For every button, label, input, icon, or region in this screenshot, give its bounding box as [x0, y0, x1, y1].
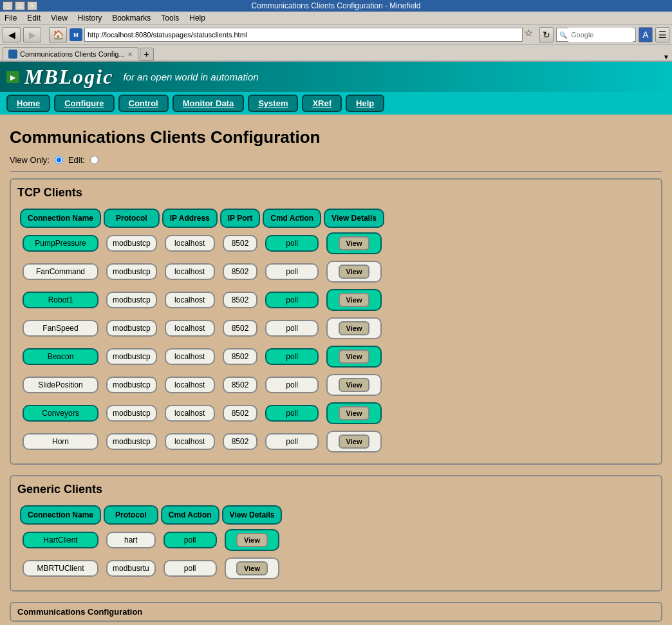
view-button[interactable]: View [236, 533, 268, 547]
tcp-cell-protocol: modbustcp [104, 315, 160, 341]
tcp-cell-name: PumpPressure [20, 230, 101, 256]
edit-label: Edit: [68, 155, 85, 165]
main-content: Communications Clients Configuration Vie… [0, 115, 672, 625]
tcp-col-protocol: Protocol [104, 209, 160, 228]
tcp-cell-cmd: poll [263, 400, 321, 426]
generic-table-header-row: Connection Name Protocol Cmd Action View… [20, 505, 282, 525]
view-button[interactable]: View [339, 350, 370, 364]
bookmark-star[interactable]: ☆ [525, 28, 537, 42]
tcp-cell-cmd: poll [263, 429, 321, 454]
menu-history[interactable]: History [76, 13, 104, 23]
tcp-cell-cmd: poll [263, 344, 321, 369]
edit-radio[interactable] [90, 156, 98, 164]
nav-control[interactable]: Control [118, 95, 169, 112]
generic-cell-cmd: poll [161, 555, 219, 581]
view-button[interactable]: View [339, 265, 370, 279]
tcp-cell-view: View [324, 287, 384, 313]
menu-tools[interactable]: Tools [159, 13, 181, 23]
tab-close-button[interactable]: ✕ [127, 51, 133, 58]
tcp-cell-name: Beacon [20, 344, 101, 369]
refresh-button[interactable]: ↻ [539, 27, 554, 42]
tcp-cell-port: 8502 [220, 230, 260, 256]
window-controls[interactable]: _ □ × [3, 1, 37, 10]
generic-cell-protocol: hart [104, 527, 158, 553]
table-row: FanSpeed modbustcp localhost 8502 poll V… [20, 315, 384, 341]
favicon: M [70, 28, 82, 41]
tab-favicon [8, 50, 17, 59]
table-row: Horn modbustcp localhost 8502 poll View [20, 429, 384, 454]
tcp-cell-protocol: modbustcp [104, 400, 160, 426]
generic-cell-name: MBRTUClient [20, 555, 101, 581]
tcp-cell-protocol: modbustcp [104, 230, 160, 256]
tcp-cell-view: View [324, 400, 384, 426]
tcp-cell-port: 8502 [220, 344, 260, 369]
menu-edit[interactable]: Edit [25, 13, 42, 23]
nav-home[interactable]: Home [6, 95, 50, 112]
generic-section-title: Generic Clients [17, 483, 655, 496]
site-header: ▶ MBLogic for an open world in automatio… [0, 62, 672, 92]
view-button[interactable]: View [339, 321, 370, 335]
tcp-cell-name: SlidePosition [20, 372, 101, 398]
address-input[interactable] [84, 28, 523, 42]
addon-button[interactable]: A [639, 27, 653, 42]
search-input[interactable] [568, 28, 633, 42]
tcp-cell-name: Horn [20, 429, 101, 454]
tcp-cell-ip: localhost [162, 230, 218, 256]
nav-xref[interactable]: XRef [302, 95, 342, 112]
tcp-section: TCP Clients Connection Name Protocol IP … [10, 178, 662, 465]
view-button[interactable]: View [339, 378, 370, 392]
generic-cell-view: View [222, 555, 283, 581]
view-button[interactable]: View [339, 406, 370, 420]
addon-button2[interactable]: ☰ [655, 27, 669, 42]
generic-col-name: Connection Name [20, 505, 101, 525]
tcp-cell-port: 8502 [220, 259, 260, 285]
nav-configure[interactable]: Configure [54, 95, 114, 112]
maximize-button[interactable]: □ [15, 1, 25, 10]
tcp-cell-ip: localhost [162, 287, 218, 313]
view-button[interactable]: View [236, 561, 268, 575]
tcp-table: Connection Name Protocol IP Address IP P… [17, 206, 387, 457]
menu-help[interactable]: Help [187, 13, 207, 23]
generic-cell-name: HartClient [20, 527, 101, 553]
tcp-section-title: TCP Clients [17, 186, 655, 200]
tcp-cell-view: View [324, 429, 384, 454]
tabs-overflow-button[interactable]: ▼ [663, 53, 669, 61]
new-tab-button[interactable]: + [140, 48, 154, 61]
tcp-cell-protocol: modbustcp [104, 259, 160, 285]
site-tagline: for an open world in automation [123, 71, 258, 82]
tcp-cell-view: View [324, 230, 384, 256]
view-button[interactable]: View [339, 293, 370, 307]
table-row: FanCommand modbustcp localhost 8502 poll… [20, 259, 384, 285]
tcp-cell-cmd: poll [263, 287, 321, 313]
back-button[interactable]: ◀ [3, 27, 21, 42]
view-button[interactable]: View [339, 236, 370, 250]
view-button[interactable]: View [339, 434, 370, 449]
tcp-cell-port: 8502 [220, 372, 260, 398]
table-row: HartClient hart poll View [20, 527, 282, 553]
menu-bookmarks[interactable]: Bookmarks [110, 13, 153, 23]
menu-file[interactable]: File [3, 13, 19, 23]
close-button[interactable]: × [27, 1, 37, 10]
tcp-cell-port: 8502 [220, 400, 260, 426]
nav-monitor-data[interactable]: Monitor Data [173, 95, 244, 112]
table-row: MBRTUClient modbusrtu poll View [20, 555, 282, 581]
tcp-cell-ip: localhost [162, 429, 218, 454]
menu-view[interactable]: View [49, 13, 70, 23]
home-button[interactable]: 🏠 [49, 27, 67, 42]
tcp-cell-cmd: poll [263, 230, 321, 256]
tcp-cell-port: 8502 [220, 315, 260, 341]
forward-button[interactable]: ▶ [23, 27, 41, 42]
divider [10, 171, 662, 172]
tab-label: Communications Clients Config... [20, 50, 125, 58]
tcp-col-ip: IP Address [162, 209, 218, 228]
title-bar: _ □ × Communications Clients Configurati… [0, 0, 672, 12]
tcp-cell-ip: localhost [162, 315, 218, 341]
view-only-radio[interactable] [55, 156, 63, 164]
active-tab[interactable]: Communications Clients Config... ✕ [3, 47, 138, 61]
nav-system[interactable]: System [248, 95, 298, 112]
nav-help[interactable]: Help [346, 95, 384, 112]
minimize-button[interactable]: _ [3, 1, 13, 10]
generic-cell-protocol: modbusrtu [104, 555, 158, 581]
tcp-cell-port: 8502 [220, 287, 260, 313]
table-row: Robot1 modbustcp localhost 8502 poll Vie… [20, 287, 384, 313]
